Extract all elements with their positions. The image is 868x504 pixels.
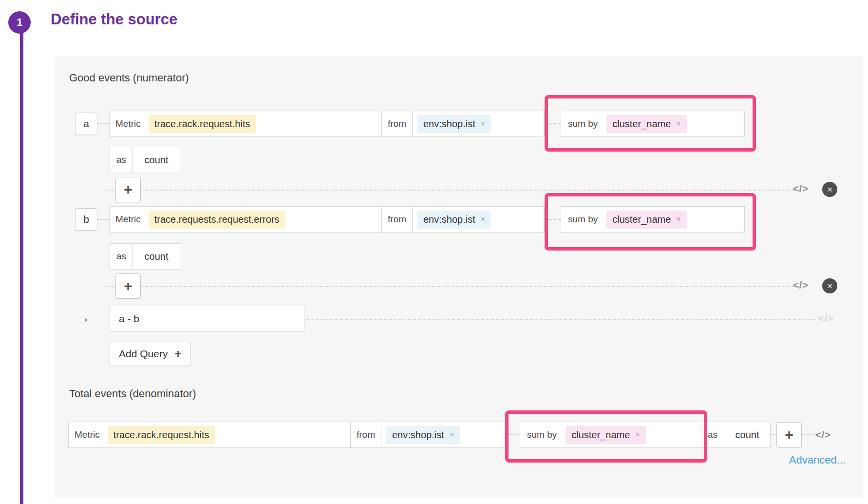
remove-scope-tag-icon[interactable]: × — [481, 119, 485, 128]
group-by-tag[interactable]: cluster_name × — [606, 211, 686, 229]
query-dashed-line — [106, 286, 800, 287]
code-view-icon[interactable]: </> — [793, 280, 809, 291]
delete-query-icon[interactable]: ✕ — [822, 182, 837, 197]
group-by-input-segment[interactable]: sum by cluster_name × — [561, 206, 745, 233]
denominator-query-row: Metric trace.rack.request.hits from env:… — [68, 422, 831, 448]
connector-line — [802, 434, 815, 435]
denominator-section-label: Total events (denominator) — [69, 388, 196, 400]
metric-input-segment[interactable]: Metric trace.rack.request.hits — [109, 111, 382, 137]
group-by-tag-label: cluster_name — [612, 214, 671, 225]
step-number-badge: 1 — [8, 11, 31, 34]
scope-tag-label: env:shop.ist — [423, 118, 475, 130]
rollup-value: count — [145, 155, 169, 166]
as-label: as — [116, 155, 126, 165]
metric-token[interactable]: trace.rack.request.hits — [108, 426, 215, 444]
rollup-segment[interactable]: count — [132, 147, 180, 173]
remove-group-by-tag-icon[interactable]: × — [676, 119, 680, 128]
query-row-a: a Metric trace.rack.request.hits from en… — [75, 111, 745, 137]
scope-tag[interactable]: env:shop.ist × — [417, 115, 491, 133]
rollup-value: count — [145, 251, 169, 262]
add-clause-button[interactable]: + — [115, 273, 141, 299]
connector-line — [545, 123, 561, 124]
add-query-button[interactable]: Add Query + — [110, 342, 190, 366]
rollup-segment[interactable]: count — [132, 243, 180, 270]
connector-line — [505, 434, 520, 435]
as-label-segment: as — [701, 422, 724, 448]
code-view-icon[interactable]: </> — [815, 429, 831, 441]
group-by-tag[interactable]: cluster_name × — [606, 115, 686, 133]
rollup-value: count — [736, 429, 759, 441]
formula-input[interactable]: a - b — [110, 306, 304, 332]
from-label-segment: from — [350, 422, 381, 448]
from-label-segment: from — [381, 206, 413, 233]
formula-arrow-icon: → — [76, 310, 90, 326]
metric-input-segment[interactable]: Metric trace.requests.request.errors — [109, 206, 382, 233]
group-by-input-segment[interactable]: sum by cluster_name × — [561, 111, 745, 137]
sum-by-label: sum by — [527, 429, 557, 440]
query-dashed-line — [106, 190, 800, 191]
source-panel: Good events (numerator) a Metric trace.r… — [55, 56, 863, 498]
metric-label: Metric — [75, 429, 100, 440]
as-label-segment: as — [110, 243, 133, 270]
metric-label: Metric — [115, 118, 141, 129]
from-label: from — [388, 118, 406, 129]
group-by-tag[interactable]: cluster_name × — [566, 426, 645, 444]
from-label: from — [357, 429, 375, 440]
advanced-options-link[interactable]: Advanced... — [789, 454, 846, 466]
step-rail-line — [20, 32, 23, 504]
page-title: Define the source — [51, 11, 177, 28]
from-label: from — [388, 214, 406, 225]
remove-group-by-tag-icon[interactable]: × — [635, 430, 640, 439]
query-letter-handle[interactable]: b — [75, 208, 97, 231]
add-clause-button[interactable]: + — [776, 422, 802, 447]
group-by-tag-label: cluster_name — [612, 118, 671, 130]
scope-input-segment[interactable]: env:shop.ist × — [412, 111, 545, 137]
plus-icon: + — [174, 347, 181, 361]
metric-token[interactable]: trace.requests.request.errors — [149, 211, 285, 229]
remove-scope-tag-icon[interactable]: × — [450, 430, 454, 439]
section-divider — [68, 377, 849, 377]
numerator-section-label: Good events (numerator) — [69, 72, 189, 84]
add-query-label: Add Query — [119, 348, 168, 360]
as-count-row-b: as count — [110, 243, 180, 270]
remove-scope-tag-icon[interactable]: × — [481, 215, 485, 224]
as-label: as — [116, 251, 126, 262]
as-count-row-a: as count — [110, 147, 180, 173]
scope-input-segment[interactable]: env:shop.ist × — [412, 206, 545, 233]
group-by-input-segment[interactable]: sum by cluster_name × — [520, 422, 701, 448]
scope-tag-label: env:shop.ist — [392, 429, 444, 441]
scope-tag[interactable]: env:shop.ist × — [386, 426, 460, 444]
scope-tag-label: env:shop.ist — [423, 214, 475, 225]
group-by-tag-label: cluster_name — [571, 429, 630, 441]
delete-query-icon[interactable]: ✕ — [822, 278, 837, 293]
formula-dashed-line — [306, 319, 815, 320]
rollup-segment[interactable]: count — [724, 422, 771, 448]
add-clause-button[interactable]: + — [115, 177, 141, 202]
sum-by-label: sum by — [568, 118, 598, 129]
code-view-icon-disabled: </> — [818, 313, 834, 324]
connector-line — [97, 123, 109, 124]
code-view-icon[interactable]: </> — [793, 183, 809, 194]
query-row-b: b Metric trace.requests.request.errors f… — [75, 206, 745, 233]
remove-group-by-tag-icon[interactable]: × — [676, 215, 680, 224]
scope-input-segment[interactable]: env:shop.ist × — [381, 422, 505, 448]
sum-by-label: sum by — [568, 214, 598, 225]
query-letter-handle[interactable]: a — [75, 113, 97, 135]
connector-line — [97, 219, 109, 220]
connector-line — [545, 219, 561, 220]
metric-input-segment[interactable]: Metric trace.rack.request.hits — [68, 422, 351, 448]
metric-token[interactable]: trace.rack.request.hits — [149, 115, 256, 133]
formula-value: a - b — [119, 313, 139, 325]
scope-tag[interactable]: env:shop.ist × — [417, 211, 491, 229]
metric-label: Metric — [115, 214, 141, 225]
from-label-segment: from — [381, 111, 413, 137]
as-label-segment: as — [110, 147, 133, 173]
as-label: as — [708, 429, 717, 440]
connector-line — [771, 434, 776, 435]
